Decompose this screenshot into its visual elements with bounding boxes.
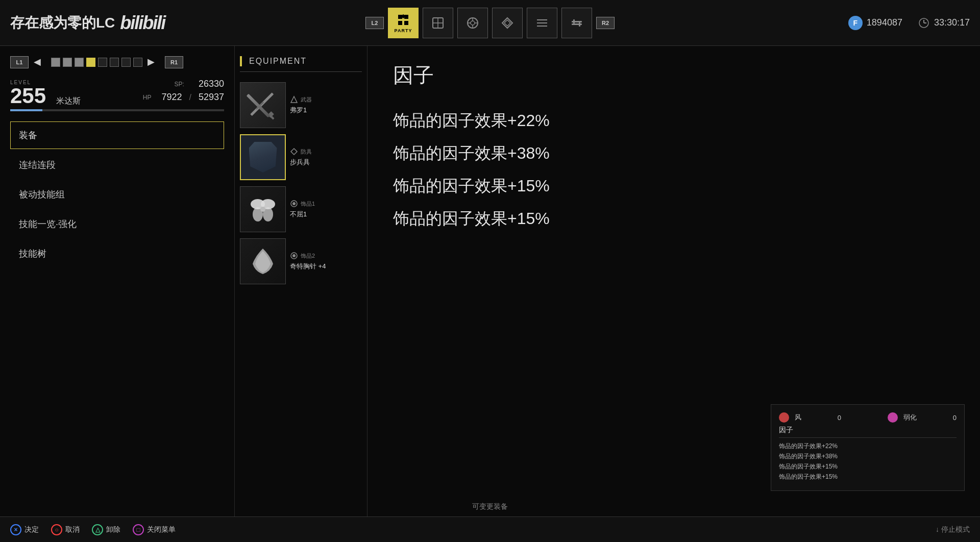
menu-combo[interactable]: 连结连段 — [10, 151, 224, 179]
nav-status-button[interactable] — [527, 8, 557, 38]
party-icon — [396, 13, 410, 27]
currency-display: F 1894087 — [848, 16, 902, 30]
weaken-icon — [888, 412, 898, 423]
svg-rect-27 — [267, 111, 274, 118]
acc1-slot-info: 饰品1 不屈1 — [290, 200, 362, 219]
char-dot-5[interactable] — [110, 58, 119, 67]
r1-button[interactable]: R1 — [165, 56, 183, 68]
clock-icon — [918, 17, 930, 29]
l1-button[interactable]: L1 — [10, 56, 29, 68]
hp-current: 7922 — [161, 92, 182, 103]
menu-skill-tree[interactable]: 技能树 — [10, 240, 224, 267]
factor-effects-list: 饰品的因子效果+22% 饰品的因子效果+38% 饰品的因子效果+15% 饰品的因… — [393, 110, 954, 230]
svg-marker-15 — [504, 20, 510, 26]
char-dot-2[interactable] — [75, 58, 84, 67]
armor-slot[interactable]: 防具 步兵具 — [240, 134, 362, 180]
nav-skill-button[interactable] — [457, 8, 488, 38]
weapon-slot[interactable]: 武器 弗罗1 — [240, 82, 362, 128]
weapon-name: 弗罗1 — [290, 106, 362, 115]
svg-rect-21 — [573, 19, 575, 23]
char-dot-6[interactable] — [121, 58, 131, 67]
channel-name: 存在感为零的LC — [10, 13, 115, 33]
acc1-slot[interactable]: 饰品1 不屈1 — [240, 186, 362, 232]
char-level-bar: LEVEL 255 米达斯 SP: 26330 HP 7922 / 52937 — [10, 79, 224, 111]
logo-area: 存在感为零的LC bilibili — [10, 12, 165, 34]
acc2-name: 奇特胸针 +4 — [290, 262, 362, 271]
action-cancel[interactable]: ○ 取消 — [51, 524, 80, 535]
char-dot-1[interactable] — [63, 58, 72, 67]
menu-skills[interactable]: 技能一览·强化 — [10, 210, 224, 238]
armor-type-label: 防具 — [290, 147, 362, 156]
weapon-slot-image — [240, 82, 286, 128]
svg-rect-3 — [404, 21, 408, 25]
acc2-image — [248, 246, 278, 277]
hp-separator: / — [189, 93, 191, 102]
acc2-slot[interactable]: 饰品2 奇特胸针 +4 — [240, 238, 362, 284]
tri-button: △ — [92, 524, 103, 535]
armor-image — [249, 142, 277, 173]
factor-effect-3: 饰品的因子效果+15% — [393, 208, 954, 230]
action-close-menu[interactable]: □ 关闭菜单 — [133, 524, 176, 535]
char-dot-7[interactable] — [133, 58, 142, 67]
char-dot-3[interactable] — [86, 58, 95, 67]
weaken-value: 0 — [953, 414, 957, 422]
item-icon — [431, 16, 445, 30]
nav-item-button[interactable] — [423, 8, 453, 38]
x-button: × — [10, 524, 21, 535]
detail-row-wind: 风 0 弱化 0 — [779, 412, 957, 423]
cancel-label: 取消 — [65, 525, 80, 534]
char-dots — [51, 58, 142, 67]
nav-equip2-button[interactable] — [492, 8, 523, 38]
wind-icon — [779, 412, 789, 423]
unequip-label: 卸除 — [106, 525, 120, 534]
hp-progress-bar — [10, 109, 224, 111]
armor-slot-image — [240, 134, 286, 180]
menu-list: 装备 连结连段 被动技能组 技能一览·强化 技能树 — [10, 121, 224, 267]
char-dot-0[interactable] — [51, 58, 60, 67]
weapon-type-label: 武器 — [290, 95, 362, 104]
bottom-actions: × 决定 ○ 取消 △ 卸除 □ 关闭菜单 — [10, 524, 176, 535]
weaken-label: 弱化 — [903, 413, 917, 422]
action-unequip[interactable]: △ 卸除 — [92, 524, 120, 535]
config-icon — [570, 16, 584, 30]
char-name: 米达斯 — [56, 96, 81, 107]
nav-config-button[interactable] — [561, 8, 592, 38]
detail-factor-3: 饰品的因子效果+15% — [779, 473, 957, 481]
l2-button[interactable]: L2 — [365, 17, 384, 29]
prev-char-button[interactable]: ◀ — [34, 56, 46, 68]
factor-effect-2: 饰品的因子效果+15% — [393, 175, 954, 198]
top-bar: 存在感为零的LC bilibili L2 PARTY — [0, 0, 980, 46]
svg-rect-22 — [579, 22, 580, 27]
menu-equipment[interactable]: 装备 — [10, 121, 224, 149]
nav-party-button[interactable]: PARTY — [388, 8, 419, 38]
char-nav: L1 ◀ ▶ R1 — [10, 56, 224, 68]
sq-button: □ — [133, 524, 144, 535]
char-dot-4[interactable] — [98, 58, 107, 67]
bilibili-logo: bilibili — [120, 12, 165, 34]
right-info: F 1894087 33:30:17 — [848, 16, 970, 30]
detail-factor-2: 饰品的因子效果+15% — [779, 462, 957, 471]
sp-row: SP: 26330 — [175, 79, 224, 89]
factor-effect-0: 饰品的因子效果+22% — [393, 110, 954, 132]
next-char-button[interactable]: ▶ — [148, 56, 160, 68]
r2-button[interactable]: R2 — [596, 17, 615, 29]
currency-value: 1894087 — [867, 17, 902, 28]
acc1-type-label: 饰品1 — [290, 200, 362, 208]
detail-factor-1: 饰品的因子效果+38% — [779, 452, 957, 461]
weapon-image — [245, 87, 281, 123]
svg-rect-2 — [398, 21, 402, 25]
menu-passive[interactable]: 被动技能组 — [10, 181, 224, 208]
equipment-panel: EQUIPMENT 武器 弗罗1 — [235, 46, 368, 516]
changeable-text: 可变更装备 — [472, 502, 508, 511]
status-icon — [535, 16, 549, 30]
equipment-header: EQUIPMENT — [240, 56, 362, 72]
level-value: 255 — [10, 85, 46, 107]
action-confirm[interactable]: × 决定 — [10, 524, 39, 535]
nav-icons: L2 PARTY — [365, 8, 615, 38]
weapon-slot-info: 武器 弗罗1 — [290, 95, 362, 115]
factor-effect-1: 饰品的因子效果+38% — [393, 142, 954, 165]
wind-value: 0 — [838, 414, 841, 422]
sp-label: SP: — [175, 81, 184, 88]
svg-point-39 — [292, 254, 296, 257]
stop-mode-button[interactable]: ↓ 停止模式 — [936, 525, 970, 534]
